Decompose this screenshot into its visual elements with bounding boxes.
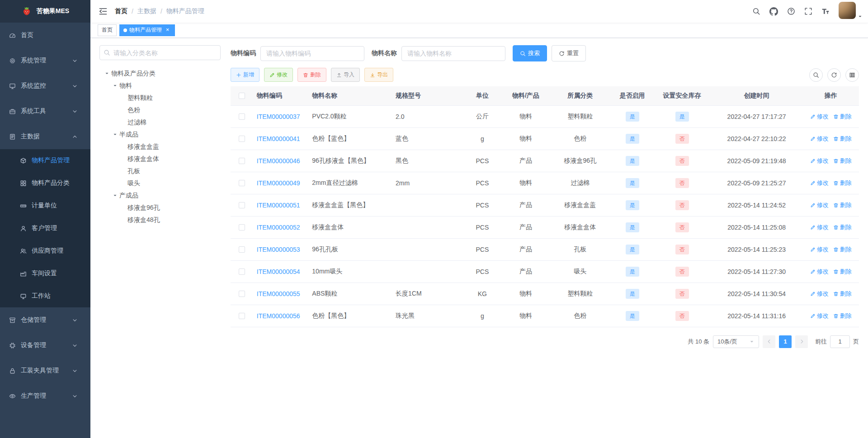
edit-row-button[interactable]: 修改 [810, 135, 829, 143]
refresh-table-button[interactable] [827, 68, 841, 82]
row-checkbox[interactable] [239, 158, 245, 164]
material-code-input[interactable] [260, 46, 364, 61]
sidebar-item[interactable]: 设备管理 [0, 333, 90, 358]
sidebar-subitem[interactable]: 车间设置 [0, 262, 90, 285]
enabled-badge[interactable]: 是 [626, 245, 639, 254]
sidebar-subitem[interactable]: 客户管理 [0, 217, 90, 240]
delete-row-button[interactable]: 删除 [833, 113, 852, 121]
user-menu[interactable] [839, 2, 863, 21]
edit-button[interactable]: 修改 [264, 68, 293, 82]
tree-node[interactable]: 过滤棉 [99, 116, 221, 128]
edit-row-button[interactable]: 修改 [810, 201, 829, 209]
enabled-badge[interactable]: 是 [626, 200, 639, 210]
tree-node[interactable]: 色粉 [99, 104, 221, 116]
tab-tag[interactable]: 物料产品管理× [119, 24, 175, 36]
enabled-badge[interactable]: 是 [626, 267, 639, 277]
delete-row-button[interactable]: 删除 [833, 245, 852, 254]
tree-caret-icon[interactable] [110, 193, 119, 198]
enabled-badge[interactable]: 是 [626, 289, 639, 299]
material-code-link[interactable]: ITEM00000046 [257, 157, 300, 165]
delete-button[interactable]: 删除 [297, 68, 326, 82]
material-code-link[interactable]: ITEM00000052 [257, 224, 300, 231]
row-checkbox[interactable] [239, 246, 245, 253]
material-code-link[interactable]: ITEM00000037 [257, 113, 300, 120]
material-code-link[interactable]: ITEM00000051 [257, 202, 300, 209]
material-code-link[interactable]: ITEM00000054 [257, 268, 300, 275]
enabled-badge[interactable]: 是 [626, 134, 639, 144]
safety-stock-badge[interactable]: 否 [675, 156, 689, 166]
material-code-link[interactable]: ITEM00000049 [257, 179, 300, 187]
sidebar-item[interactable]: 主数据 [0, 124, 90, 149]
material-code-link[interactable]: ITEM00000041 [257, 135, 300, 142]
enabled-badge[interactable]: 是 [626, 178, 639, 188]
app-logo[interactable]: 苦糖果MES [0, 0, 90, 23]
fullscreen-icon[interactable] [800, 0, 817, 23]
row-checkbox[interactable] [239, 202, 245, 208]
delete-row-button[interactable]: 删除 [833, 223, 852, 231]
row-checkbox[interactable] [239, 313, 245, 319]
row-checkbox[interactable] [239, 291, 245, 297]
safety-stock-badge[interactable]: 否 [675, 200, 689, 210]
toggle-columns-button[interactable] [845, 68, 859, 82]
sidebar-subitem[interactable]: 工作站 [0, 285, 90, 307]
edit-row-button[interactable]: 修改 [810, 223, 829, 231]
tree-node[interactable]: 塑料颗粒 [99, 92, 221, 104]
row-checkbox[interactable] [239, 136, 245, 142]
enabled-badge[interactable]: 是 [626, 112, 639, 122]
toggle-search-button[interactable] [809, 68, 823, 82]
row-checkbox[interactable] [239, 224, 245, 231]
edit-row-button[interactable]: 修改 [810, 179, 829, 187]
edit-row-button[interactable]: 修改 [810, 290, 829, 298]
export-button[interactable]: 导出 [364, 68, 393, 82]
sidebar-item[interactable]: 系统管理 [0, 48, 90, 73]
close-icon[interactable]: × [164, 27, 171, 33]
help-icon[interactable] [783, 0, 800, 23]
material-code-link[interactable]: ITEM00000055 [257, 290, 300, 297]
edit-row-button[interactable]: 修改 [810, 312, 829, 320]
import-button[interactable]: 导入 [331, 68, 360, 82]
tree-node[interactable]: 孔板 [99, 165, 221, 177]
sidebar-subitem[interactable]: 物料产品分类 [0, 172, 90, 194]
safety-stock-badge[interactable]: 否 [675, 267, 689, 277]
sidebar-subitem[interactable]: 物料产品管理 [0, 149, 90, 172]
sidebar-toggle-icon[interactable] [94, 7, 112, 16]
material-name-input[interactable] [401, 46, 505, 61]
enabled-badge[interactable]: 是 [626, 311, 639, 321]
safety-stock-badge[interactable]: 否 [675, 311, 689, 321]
page-number-button[interactable]: 1 [779, 335, 792, 348]
safety-stock-badge[interactable]: 否 [675, 222, 689, 232]
edit-row-button[interactable]: 修改 [810, 113, 829, 121]
tree-caret-icon[interactable] [110, 132, 119, 137]
sidebar-item[interactable]: 首页 [0, 23, 90, 48]
material-code-link[interactable]: ITEM00000053 [257, 246, 300, 253]
enabled-badge[interactable]: 是 [626, 222, 639, 232]
row-checkbox[interactable] [239, 268, 245, 275]
material-code-link[interactable]: ITEM00000056 [257, 312, 300, 320]
goto-page-input[interactable] [830, 335, 850, 348]
header-search-icon[interactable] [748, 0, 765, 23]
safety-stock-badge[interactable]: 是 [675, 112, 689, 122]
github-icon[interactable] [765, 0, 783, 23]
edit-row-button[interactable]: 修改 [810, 268, 829, 276]
delete-row-button[interactable]: 删除 [833, 290, 852, 298]
enabled-badge[interactable]: 是 [626, 156, 639, 166]
safety-stock-badge[interactable]: 否 [675, 134, 689, 144]
delete-row-button[interactable]: 删除 [833, 201, 852, 209]
tree-node[interactable]: 吸头 [99, 177, 221, 189]
sidebar-subitem[interactable]: 供应商管理 [0, 240, 90, 262]
delete-row-button[interactable]: 删除 [833, 268, 852, 276]
add-button[interactable]: 新增 [231, 68, 259, 82]
page-size-select[interactable]: 10条/页 [713, 335, 759, 348]
delete-row-button[interactable]: 删除 [833, 312, 852, 320]
delete-row-button[interactable]: 删除 [833, 135, 852, 143]
safety-stock-badge[interactable]: 否 [675, 289, 689, 299]
tree-node[interactable]: 移液盒盒体 [99, 153, 221, 165]
next-page-button[interactable] [795, 335, 808, 348]
sidebar-subitem[interactable]: 计量单位 [0, 194, 90, 217]
sidebar-item[interactable]: 系统监控 [0, 73, 90, 99]
tree-node[interactable]: 移液盒96孔 [99, 202, 221, 214]
font-size-icon[interactable] [817, 0, 834, 23]
row-checkbox[interactable] [239, 180, 245, 186]
tree-node[interactable]: 移液盒盒盖 [99, 141, 221, 153]
tree-node[interactable]: 物料 [99, 80, 221, 92]
